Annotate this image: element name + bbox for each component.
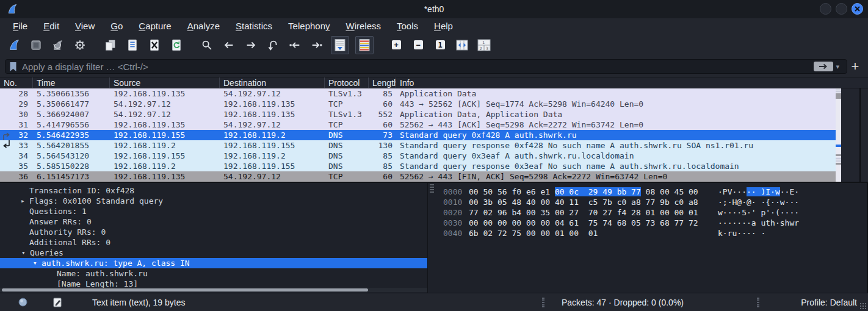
packet-row-33[interactable]: 335.564201855192.168.119.2192.168.119.15… [0, 140, 836, 151]
auto-scroll-toggle[interactable] [331, 36, 349, 54]
cell-protocol: DNS [325, 151, 369, 161]
go-back-button[interactable] [221, 37, 237, 54]
detail-line[interactable]: ▾auth.shwrk.ru: type A, class IN [0, 258, 427, 268]
hex-row[interactable]: 002077 02 96 b4 00 35 00 27 70 27 f4 28 … [436, 207, 867, 218]
open-file-button[interactable] [103, 37, 118, 54]
hex-offset: 0040 [443, 228, 469, 238]
cell-time: 5.414796556 [33, 120, 110, 130]
packet-row-31[interactable]: 315.414796556192.168.119.13554.192.97.12… [0, 120, 836, 130]
bookmark-icon[interactable] [9, 62, 17, 72]
maximize-button[interactable] [836, 3, 847, 15]
packet-row-35[interactable]: 355.585150228192.168.119.2192.168.119.15… [0, 161, 836, 171]
hook-arrow-icon [266, 38, 280, 52]
packet-rows: 285.350661356192.168.119.13554.192.97.12… [0, 88, 859, 182]
capture-options-button[interactable] [72, 37, 88, 54]
detail-line[interactable]: Answer RRs: 0 [0, 216, 427, 227]
packet-row-32[interactable]: 325.546422935192.168.119.155192.168.119.… [0, 130, 836, 140]
column-header-destination[interactable]: Destination [220, 77, 325, 88]
menu-go[interactable]: Go [103, 18, 131, 34]
capture-comment-icon[interactable] [53, 298, 62, 307]
column-header-info[interactable]: Info [396, 77, 868, 88]
restart-capture-button[interactable] [50, 37, 66, 54]
hex-bytes: w····5·' p'·(···· [718, 208, 799, 217]
stop-capture-button[interactable] [28, 37, 44, 54]
statusbar-separator[interactable] [757, 298, 759, 307]
go-first-packet-button[interactable] [287, 37, 303, 54]
detail-line[interactable]: Additional RRs: 0 [0, 237, 427, 248]
hex-offset: 0000 [443, 187, 469, 197]
go-forward-button[interactable] [243, 37, 259, 54]
menu-statistics[interactable]: Statistics [228, 18, 280, 34]
cell-protocol: DNS [325, 140, 369, 151]
add-filter-button[interactable]: + [847, 59, 863, 74]
close-file-button[interactable] [146, 37, 162, 54]
layout-button[interactable]: 123 [476, 37, 492, 54]
menu-telephony[interactable]: Telephony [280, 18, 338, 34]
zoom-out-button[interactable]: − [410, 37, 426, 54]
cell-destination: 54.192.97.12 [220, 171, 325, 182]
detail-line[interactable]: Transaction ID: 0xf428 [0, 185, 427, 196]
expanded-arrow-icon[interactable]: ▾ [33, 258, 37, 268]
reload-file-button[interactable] [168, 37, 184, 54]
detail-line-text: Queries [0, 248, 63, 258]
column-header-protocol[interactable]: Protocol [325, 77, 369, 88]
packet-row-34[interactable]: 345.564543120192.168.119.155192.168.119.… [0, 151, 836, 161]
collapsed-arrow-icon[interactable]: ▸ [21, 196, 25, 206]
resize-grip-icon[interactable] [859, 302, 867, 310]
detail-line[interactable]: Name: auth.shwrk.ru [0, 268, 427, 279]
packet-row-28[interactable]: 285.350661356192.168.119.13554.192.97.12… [0, 88, 836, 99]
detail-line[interactable]: ▾Queries [0, 248, 427, 258]
menu-tools[interactable]: Tools [389, 18, 426, 34]
close-button[interactable] [852, 3, 863, 15]
packet-list-scrollbar[interactable] [836, 88, 841, 182]
profile-status[interactable]: Profile: Default [801, 298, 857, 307]
menu-view[interactable]: View [67, 18, 103, 34]
column-header-source[interactable]: Source [110, 77, 220, 88]
packet-row-30[interactable]: 305.36692400754.192.97.12192.168.119.135… [0, 109, 836, 120]
hex-row[interactable]: 000000 50 56 f0 e6 e1 00 0c 29 49 bb 77 … [436, 187, 867, 197]
cell-time: 5.350661356 [33, 88, 110, 99]
cell-no: 29 [0, 99, 33, 109]
detail-line[interactable]: Authority RRs: 0 [0, 227, 427, 237]
expanded-arrow-icon[interactable]: ▾ [21, 248, 26, 258]
go-to-packet-button[interactable] [265, 37, 281, 54]
expert-info-icon[interactable] [18, 298, 27, 307]
colorize-toggle[interactable] [355, 36, 374, 54]
menubar: FileEditViewGoCaptureAnalyzeStatisticsTe… [0, 18, 868, 34]
display-filter-input[interactable] [22, 62, 814, 72]
zoom-in-icon: + [392, 40, 401, 49]
menu-capture[interactable]: Capture [131, 18, 179, 34]
column-header-length[interactable]: Length [369, 77, 396, 88]
menu-edit[interactable]: Edit [35, 18, 67, 34]
column-header-time[interactable]: Time [33, 77, 110, 88]
statusbar-separator[interactable] [542, 298, 544, 307]
hex-row[interactable]: 001000 3b 05 48 40 00 40 11 c5 7b c0 a8 … [436, 197, 867, 207]
column-header-no[interactable]: No. [0, 77, 33, 88]
hex-row[interactable]: 00406b 02 72 75 00 00 01 00 01k·ru···· · [436, 228, 867, 238]
minimize-button[interactable] [820, 3, 831, 15]
detail-line[interactable]: ▸Flags: 0x0100 Standard query [0, 196, 427, 206]
menu-analyze[interactable]: Analyze [179, 18, 228, 34]
apply-filter-button[interactable] [814, 62, 833, 71]
cell-source: 54.192.97.12 [110, 109, 220, 120]
display-filter-field[interactable]: ▾ [5, 59, 847, 74]
pane-splitter[interactable] [427, 183, 436, 293]
save-file-button[interactable] [125, 37, 140, 54]
zoom-in-button[interactable]: + [388, 37, 404, 54]
hex-offset: 0030 [443, 218, 469, 228]
details-horizontal-scrollbar[interactable] [0, 288, 427, 292]
start-capture-button[interactable] [6, 37, 22, 54]
resize-columns-button[interactable] [454, 37, 470, 54]
packet-row-29[interactable]: 295.35066147754.192.97.12192.168.119.135… [0, 99, 836, 109]
go-last-packet-button[interactable] [309, 37, 325, 54]
packet-row-36[interactable]: 366.151457173192.168.119.13554.192.97.12… [0, 171, 836, 182]
menu-wireless[interactable]: Wireless [338, 18, 389, 34]
cell-length: 130 [369, 140, 396, 151]
hex-row[interactable]: 003000 00 00 00 00 00 04 61 75 74 68 05 … [436, 218, 867, 228]
menu-file[interactable]: File [5, 18, 35, 34]
filter-dropdown-caret[interactable]: ▾ [836, 63, 839, 71]
zoom-original-button[interactable]: 1 [432, 37, 448, 54]
detail-line[interactable]: Questions: 1 [0, 206, 427, 216]
menu-help[interactable]: Help [426, 18, 461, 34]
find-packet-button[interactable] [199, 37, 215, 54]
